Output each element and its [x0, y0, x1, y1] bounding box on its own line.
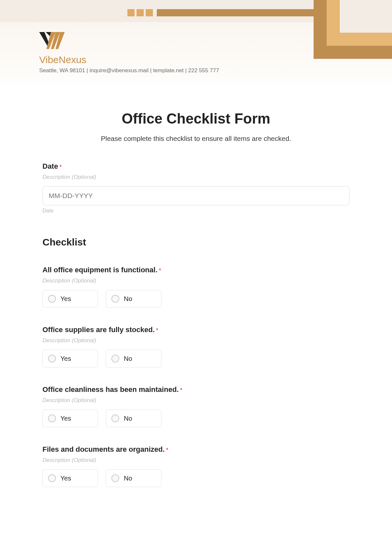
option-no[interactable]: No — [106, 469, 161, 487]
date-label: Date * — [42, 162, 350, 171]
question-text: Office cleanliness has been maintained. — [42, 385, 179, 394]
option-yes-label: Yes — [60, 475, 71, 482]
question-block: All office equipment is functional. *Des… — [42, 266, 350, 308]
corner-decor-icon — [307, 0, 392, 65]
option-yes-label: Yes — [60, 415, 71, 422]
question-text: All office equipment is functional. — [42, 266, 157, 274]
question-label: Office supplies are fully stocked. * — [42, 326, 350, 334]
question-block: Files and documents are organized. *Desc… — [42, 445, 350, 487]
question-block: Office cleanliness has been maintained. … — [42, 385, 350, 427]
date-field-block: Date * Description (Optional) Date — [42, 162, 350, 214]
option-yes[interactable]: Yes — [42, 290, 98, 308]
checklist-heading: Checklist — [42, 237, 350, 248]
radio-icon — [48, 295, 56, 303]
decor-square-icon — [146, 9, 153, 16]
question-label: Office cleanliness has been maintained. … — [42, 385, 350, 394]
option-no-label: No — [124, 475, 132, 482]
option-no-label: No — [124, 415, 132, 422]
header-dots — [127, 9, 153, 16]
brand-contact-line: Seattle, WA 98101 | inquire@vibenexus.ma… — [39, 67, 392, 74]
radio-icon — [111, 295, 119, 303]
required-asterisk: * — [157, 268, 161, 273]
required-asterisk: * — [155, 328, 158, 333]
radio-icon — [48, 355, 56, 362]
form-content: Office Checklist Form Please complete th… — [0, 88, 392, 507]
question-text: Files and documents are organized. — [42, 445, 165, 453]
question-description-placeholder[interactable]: Description (Optional) — [42, 457, 350, 463]
svg-rect-2 — [340, 0, 392, 33]
radio-icon — [48, 414, 56, 422]
option-yes[interactable]: Yes — [42, 410, 98, 427]
option-no[interactable]: No — [106, 410, 161, 427]
option-yes[interactable]: Yes — [42, 350, 98, 367]
decor-square-icon — [127, 9, 135, 16]
date-sublabel: Date — [42, 208, 350, 214]
option-no[interactable]: No — [106, 290, 161, 308]
question-label: All office equipment is functional. * — [42, 266, 350, 274]
options-row: YesNo — [42, 350, 350, 367]
option-no-label: No — [124, 295, 132, 303]
question-label: Files and documents are organized. * — [42, 445, 350, 454]
date-input[interactable] — [42, 186, 350, 205]
question-description-placeholder[interactable]: Description (Optional) — [42, 278, 350, 284]
question-description-placeholder[interactable]: Description (Optional) — [42, 397, 350, 404]
brand-logo-icon — [39, 32, 67, 54]
radio-icon — [111, 474, 119, 482]
page-title: Office Checklist Form — [42, 110, 350, 127]
options-row: YesNo — [42, 469, 350, 487]
option-no[interactable]: No — [106, 350, 161, 367]
radio-icon — [48, 474, 56, 482]
question-block: Office supplies are fully stocked. *Desc… — [42, 326, 350, 367]
required-asterisk: * — [165, 447, 168, 453]
question-text: Office supplies are fully stocked. — [42, 326, 155, 334]
questions-container: All office equipment is functional. *Des… — [42, 266, 350, 487]
option-yes-label: Yes — [60, 295, 71, 303]
date-label-text: Date — [42, 162, 58, 170]
radio-icon — [111, 355, 119, 362]
header-decor-bar — [0, 0, 392, 22]
option-no-label: No — [124, 355, 132, 362]
required-asterisk: * — [179, 387, 182, 393]
required-asterisk: * — [59, 164, 61, 170]
options-row: YesNo — [42, 410, 350, 427]
page-subtitle: Please complete this checklist to ensure… — [42, 135, 350, 143]
question-description-placeholder[interactable]: Description (Optional) — [42, 337, 350, 344]
date-description-placeholder[interactable]: Description (Optional) — [42, 174, 350, 180]
options-row: YesNo — [42, 290, 350, 308]
decor-square-icon — [137, 9, 144, 16]
radio-icon — [111, 414, 119, 422]
option-yes-label: Yes — [60, 355, 71, 362]
option-yes[interactable]: Yes — [42, 469, 98, 487]
